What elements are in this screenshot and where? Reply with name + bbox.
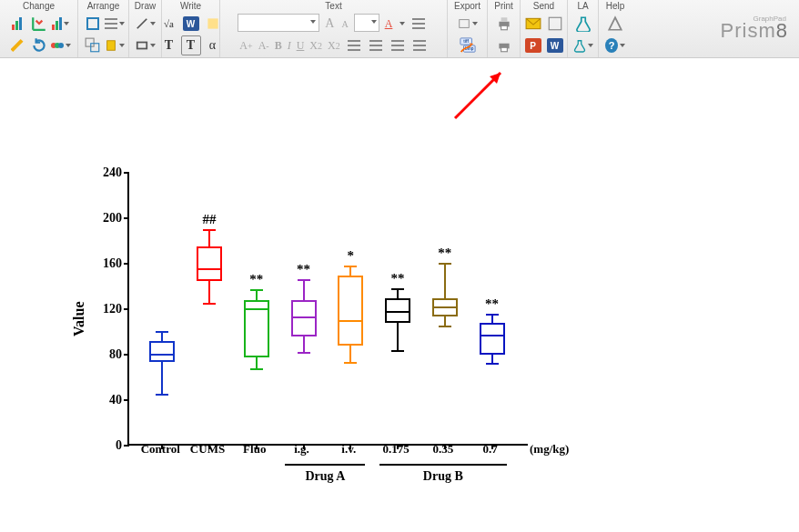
color-scheme-icon[interactable] [51,35,71,55]
group-send: Send P W [521,0,568,57]
draw-shape-icon[interactable] [136,35,156,55]
align-menu-icon[interactable] [105,14,125,34]
y-tick [124,263,129,265]
group-objects-icon[interactable] [83,35,103,55]
x-tick-label: CUMS [190,442,225,457]
font-shrink-icon[interactable]: A [339,14,349,34]
print-preview-icon[interactable] [494,35,514,55]
y-tick-label: 160 [93,256,122,271]
y-tick [124,217,129,219]
font-selector[interactable] [238,14,319,32]
group-title: Text [220,0,447,13]
select-frame-icon[interactable] [83,14,103,34]
export-options-icon[interactable] [458,14,478,34]
group-title: LA [568,0,598,13]
svg-rect-0 [86,38,94,46]
flask-menu-icon[interactable] [573,35,593,55]
group-title: Print [488,0,520,13]
significance-marker: ## [203,212,217,227]
group-title: Help [599,0,632,13]
axis-swap-icon[interactable] [29,14,49,34]
x-tick-label: Fluo [243,442,266,457]
group-help: Help ? [599,0,632,57]
group-title: Export [448,0,487,13]
group-title: Change [0,0,77,13]
svg-rect-6 [459,20,469,28]
group-text: Text A A A A+ A- B I U X2 X2 [220,0,448,57]
svg-rect-13 [501,25,507,30]
group-bracket [285,464,365,466]
magic-wand-icon[interactable] [7,35,27,55]
x-tick-label: i.g. [294,442,309,457]
ribbon-toolbar: Change Arrange [0,0,799,58]
svg-rect-12 [501,17,507,22]
italic-button[interactable]: I [286,35,293,55]
word-export-icon[interactable]: W [181,14,201,34]
svg-rect-17 [549,17,561,30]
svg-rect-1 [90,44,98,52]
list-icon[interactable] [410,35,430,55]
text-box-icon[interactable]: T [181,35,201,55]
x-tick-label: 0.7 [482,442,497,457]
significance-marker: ** [485,296,499,312]
export-tiff-bmp-icon[interactable]: tiff bmp [458,35,478,55]
send-word-icon[interactable]: W [545,35,565,55]
help-question-icon[interactable]: ? [605,35,625,55]
font-plus-icon[interactable]: A+ [238,35,254,55]
flask-icon[interactable] [573,14,593,34]
para-align-center-icon[interactable] [366,35,386,55]
bold-button[interactable]: B [273,35,284,55]
svg-rect-15 [501,47,507,52]
font-color-menu-icon[interactable] [400,22,405,25]
font-color-icon[interactable]: A [383,14,395,34]
chart-type-icon[interactable] [7,14,27,34]
font-minus-icon[interactable]: A- [257,35,271,55]
group-print: Print [488,0,521,57]
text-tool-icon[interactable]: T [159,35,179,55]
svg-text:tiff: tiff [463,39,469,44]
x-unit-label: (mg/kg) [530,442,569,457]
draw-line-icon[interactable] [136,14,156,34]
superscript-button[interactable]: X2 [308,35,324,55]
y-tick-label: 0 [93,438,122,453]
font-grow-icon[interactable]: A [323,14,336,34]
y-tick-label: 80 [93,347,122,362]
group-title: Arrange [78,0,128,13]
line-spacing-icon[interactable] [409,14,429,34]
email-icon[interactable] [523,14,543,34]
x-tick-label: 0.35 [432,442,453,457]
significance-marker: ** [438,246,451,261]
font-size-selector[interactable] [354,14,379,32]
paste-icon[interactable] [105,35,125,55]
para-align-left-icon[interactable] [344,35,364,55]
printer-icon[interactable] [494,14,514,34]
y-tick [124,354,129,356]
subscript-button[interactable]: X2 [326,35,342,55]
rotate-icon[interactable] [29,35,49,55]
svg-rect-4 [137,43,147,49]
svg-line-3 [137,19,147,29]
svg-rect-5 [207,18,217,28]
para-align-right-icon[interactable] [388,35,408,55]
equation-icon[interactable]: √a [159,14,179,34]
group-bracket [379,464,507,466]
significance-marker: * [348,248,355,264]
y-tick [124,399,129,401]
underline-button[interactable]: U [295,35,307,55]
brand-name: Prism8 [721,19,788,43]
significance-marker: ** [249,272,263,287]
group-write: Write √a W T T α [162,0,220,57]
group-title: Draw [129,0,161,13]
y-tick [124,445,129,447]
app-branding: GraphPad Prism8 [632,0,799,57]
bar-style-icon[interactable] [51,14,71,34]
plot-area: 04080120160200240##*********** [127,173,528,446]
group-title: Write [162,0,219,13]
help-prism-icon[interactable] [605,14,625,34]
group-la: LA [568,0,599,57]
send-all-icon[interactable] [545,14,565,34]
x-tick-label: 0.175 [382,442,409,457]
send-ppt-icon[interactable]: P [523,35,543,55]
group-arrange: Arrange [78,0,129,57]
y-tick-label: 40 [93,393,122,407]
